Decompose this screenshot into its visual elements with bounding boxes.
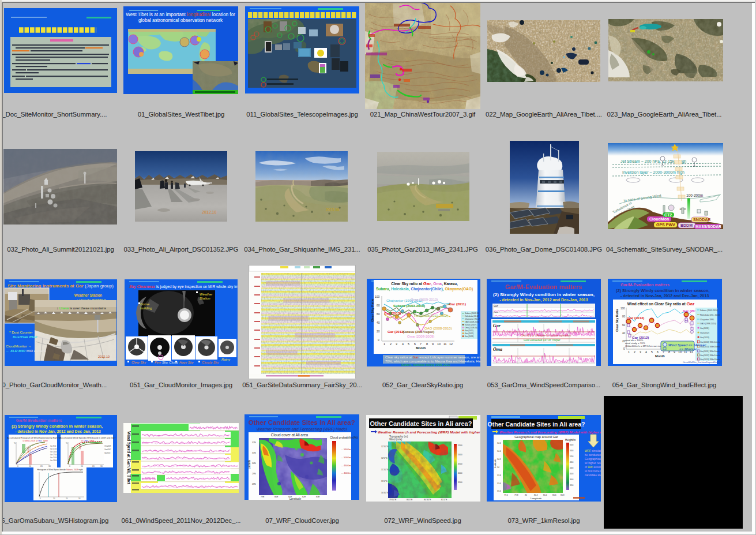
svg-text:Wind Speed <= 14m/sec: Wind Speed <= 14m/sec <box>668 343 707 347</box>
svg-text:82E: 82E <box>302 496 306 498</box>
svg-text:Gar: Gar <box>493 323 501 328</box>
svg-text:w/ higher resolution: w/ higher resolution <box>585 462 601 465</box>
svg-text:Karasu (2007): Karasu (2007) <box>465 324 476 326</box>
svg-text:Gar (2013): Gar (2013) <box>384 312 401 315</box>
svg-text:Weather Station: Weather Station <box>74 293 103 297</box>
svg-text:Accumulated Histogram of Wind: Accumulated Histogram of Wind Speed duri… <box>7 437 63 439</box>
svg-text:MASS/SODAR: MASS/SODAR <box>695 225 721 229</box>
svg-text:- detected in Nov-Jan, 2012 an: - detected in Nov-Jan, 2012 and Dec-Jan,… <box>620 294 709 298</box>
svg-text:Gar(2013): Gar(2013) <box>700 336 709 339</box>
svg-text:OAO (2008-2010): OAO (2008-2010) <box>465 321 479 323</box>
svg-text:- detected in Nov-Jan, 2012 an: - detected in Nov-Jan, 2012 and Dec-Jan,… <box>15 429 101 434</box>
svg-text:2012.10: 2012.10 <box>202 210 216 214</box>
svg-text:CT2: CT2 <box>664 213 672 217</box>
svg-text:Gar (2012): Gar (2012) <box>465 332 473 335</box>
svg-text:Gar 17:00: Gar 17:00 <box>50 454 57 456</box>
svg-text:20: 20 <box>66 497 68 500</box>
svg-text:CloudMon: CloudMon <box>649 217 669 221</box>
svg-text:Month: Month <box>416 346 426 350</box>
svg-text:- detected in Nov-Jan, 2012 an: - detected in Nov-Jan, 2012 and Dec-Jan,… <box>499 298 588 302</box>
svg-text:Gar2013: Gar2013 <box>104 452 111 454</box>
svg-text:30: 30 <box>100 465 103 467</box>
svg-text:80'30"E: 80'30"E <box>424 499 431 501</box>
svg-text:-- 5000m: -- 5000m <box>341 456 351 459</box>
svg-text:2: 2 <box>634 350 635 354</box>
svg-text:Clear Sky ratio at Gar, Oma, K: Clear Sky ratio at Gar, Oma, Karasu, <box>391 281 458 286</box>
svg-text:Wind effect on Clear Sky ratio: Wind effect on Clear Sky ratio at Gar <box>627 301 695 306</box>
svg-text:OAO (1998-2010): OAO (1998-2010) <box>700 323 716 325</box>
svg-text:31'30"N: 31'30"N <box>381 469 389 471</box>
svg-text:2: 2 <box>390 342 392 346</box>
svg-text:Weather Research and Forecasti: Weather Research and Forecasting (WRF) M… <box>378 430 480 434</box>
svg-text:Oma (2008-09): Oma (2008-09) <box>465 327 477 329</box>
svg-text:-- 4000m: -- 4000m <box>341 472 351 474</box>
svg-text:34.2: 34.2 <box>497 458 501 461</box>
svg-text:Clear Sky Ratio: Clear Sky Ratio <box>371 298 374 322</box>
svg-text:building: building <box>140 306 152 310</box>
svg-text:Gar/M-Evaluation matters: Gar/M-Evaluation matters <box>620 283 670 287</box>
svg-text:32N: 32N <box>252 442 256 444</box>
svg-text:(2) Strongly Windy condition i: (2) Strongly Windy condition in winter s… <box>12 424 103 429</box>
svg-text:Gar 14:00: Gar 14:00 <box>50 451 57 453</box>
svg-text:60: 60 <box>377 312 380 316</box>
svg-text:33.8: 33.8 <box>497 474 501 477</box>
svg-text:5600: 5600 <box>570 450 574 452</box>
svg-text:Oma (2008-2009): Oma (2008-2009) <box>407 335 434 338</box>
svg-text:Gar (2011): Gar (2011) <box>465 330 473 332</box>
svg-text:79.8: 79.8 <box>514 494 518 496</box>
svg-text:4400: 4400 <box>570 467 574 469</box>
svg-text:(2) Strongly Windy condition i: (2) Strongly Windy condition in winter s… <box>616 288 710 293</box>
svg-text:80.6: 80.6 <box>552 494 556 496</box>
svg-text:Clear Sky Ratio: Clear Sky Ratio <box>615 309 619 332</box>
svg-text:60: 60 <box>622 324 626 327</box>
svg-text:14m/s: 14m/s <box>27 447 29 453</box>
svg-text:32'30"N: 32'30"N <box>381 446 389 448</box>
svg-text:Geographical map: Geographical map <box>585 458 601 461</box>
svg-text:↓ Lhasa is over these mountain: ↓ Lhasa is over these mountains <box>57 306 106 310</box>
svg-text:Gust exceeded 14T or 7m/per: Gust exceeded 14T or 7m/per <box>524 339 561 342</box>
svg-text:Clear sky ratios at Gar except: Clear sky ratios at Gar except Lidicayan… <box>385 356 480 359</box>
svg-text:Oma2007: Oma2007 <box>104 448 111 451</box>
svg-text:-- 4500m: -- 4500m <box>341 464 351 467</box>
svg-text:(2) Strongly Windy condition i: (2) Strongly Windy condition in winter s… <box>493 292 595 297</box>
svg-text:Height/m: Height/m <box>565 439 576 442</box>
svg-text:33.6: 33.6 <box>497 482 501 485</box>
svg-text:Dome: Dome <box>140 302 150 306</box>
svg-text:Haleakala (201, 2012): Haleakala (201, 2012) <box>700 314 720 316</box>
svg-text:79'30"E: 79'30"E <box>389 499 397 501</box>
svg-text:Subaru, Haleakala, Chajnantor(: Subaru, Haleakala, Chajnantor(Chile), Ok… <box>376 287 473 291</box>
svg-text:candidate sites).: candidate sites). <box>585 474 601 477</box>
svg-text:80E: 80E <box>274 496 279 498</box>
svg-text:Other Candidate Sites in Ali a: Other Candidate Sites in Ali area? <box>488 421 585 428</box>
svg-text:Cloud probability(%): Cloud probability(%) <box>330 436 358 439</box>
svg-text:30N: 30N <box>252 462 256 465</box>
svg-text:Chajnantor (95-12): Chajnantor (95-12) <box>465 318 480 320</box>
svg-text:Geographical map around Gar: Geographical map around Gar <box>514 435 558 439</box>
svg-text:GPS PWV: GPS PWV <box>656 223 675 227</box>
svg-text:Gar 20:00: Gar 20:00 <box>50 457 57 459</box>
svg-text:Hazy Sky: Hazy Sky <box>179 361 194 364</box>
svg-text:Sky Clearness is judged by eye: Sky Clearness is judged by eye inspectio… <box>129 285 238 289</box>
svg-text:%: % <box>14 442 16 444</box>
svg-text:Wind (m/s): Wind (m/s) <box>389 438 403 441</box>
svg-text:28N: 28N <box>252 483 256 485</box>
svg-text:WRF simulation will: WRF simulation will <box>585 450 601 452</box>
svg-text:4: 4 <box>402 342 404 346</box>
svg-text:20: 20 <box>377 330 380 333</box>
svg-text:-- 5500m: -- 5500m <box>341 448 351 451</box>
svg-text:Gar 8:00: Gar 8:00 <box>50 445 57 447</box>
svg-text:Gar 23:00: Gar 23:00 <box>50 459 57 462</box>
svg-text:%: % <box>66 442 67 444</box>
svg-text:Gar (2013): Gar (2013) <box>627 316 644 320</box>
svg-text:10: 10 <box>81 465 83 467</box>
svg-text:100-200m: 100-200m <box>686 193 703 197</box>
svg-text:Gar(2011): Gar(2011) <box>700 327 709 330</box>
svg-text:34.6: 34.6 <box>497 442 501 444</box>
svg-text:2012.10: 2012.10 <box>98 355 110 358</box>
svg-text:4500: 4500 <box>458 463 462 465</box>
svg-text:80.4: 80.4 <box>543 494 547 496</box>
svg-text:80.2: 80.2 <box>534 494 538 496</box>
svg-text:West Tibet is at an important: West Tibet is at an important longitudin… <box>126 12 235 17</box>
svg-text:Cloud cover at Ali area: Cloud cover at Ali area <box>271 433 309 437</box>
svg-text:Fine Sky, Cloud: Fine Sky, Cloud <box>155 361 178 364</box>
